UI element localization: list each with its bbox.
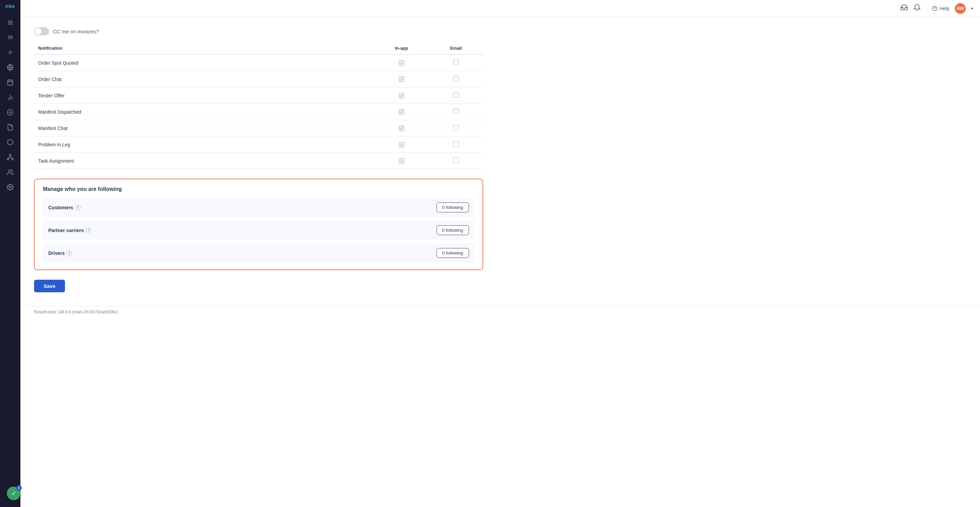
following-category-name: Partner carriers — [48, 228, 84, 233]
following-category-name: Customers — [48, 205, 73, 210]
table-row: Problem in Leg — [34, 137, 483, 153]
in-app-checkbox[interactable] — [399, 126, 404, 131]
svg-line-17 — [10, 157, 13, 158]
info-icon[interactable]: i — [67, 250, 72, 256]
following-button[interactable]: 0 following — [437, 225, 469, 235]
in-app-cell[interactable] — [374, 120, 429, 137]
table-row: Manifest Chat — [34, 120, 483, 137]
notification-name: Tender Offer — [34, 87, 374, 104]
in-app-checkbox[interactable] — [399, 60, 404, 66]
main-content: Help AW ▾ CC me on invoices? Notificatio… — [21, 0, 980, 507]
email-checkbox[interactable] — [453, 76, 459, 81]
notification-name: Manifest Dispatched — [34, 104, 374, 120]
notifications-table: Notification In-app Email Order Spot Quo… — [34, 42, 483, 169]
email-checkbox[interactable] — [453, 125, 459, 130]
sidebar-item-orders[interactable]: ≡ — [3, 46, 17, 59]
cc-toggle-switch[interactable] — [34, 27, 49, 35]
sidebar-item-globe[interactable] — [3, 60, 17, 74]
inbox-icon[interactable] — [900, 4, 908, 13]
in-app-checkbox[interactable] — [399, 158, 404, 164]
sidebar-item-settings[interactable] — [3, 180, 17, 194]
table-row: Order Chat — [34, 71, 483, 87]
in-app-checkbox[interactable] — [399, 93, 404, 99]
version-text: RoseRocket 148.0.6 (main-26150-52ae9206c… — [34, 310, 118, 315]
check-icon: ✓ — [11, 490, 16, 497]
col-header-in-app: In-app — [374, 42, 429, 54]
bottom-notification-badge[interactable]: ✓ 2 — [7, 486, 21, 500]
table-row: Task Assignment — [34, 153, 483, 169]
following-row: Driversi0 following — [43, 243, 474, 263]
in-app-cell[interactable] — [374, 87, 429, 104]
table-row: Order Spot Quoted — [34, 54, 483, 71]
info-icon[interactable]: i — [86, 228, 91, 233]
svg-point-18 — [8, 170, 11, 172]
email-checkbox[interactable] — [453, 108, 459, 114]
following-button[interactable]: 0 following — [437, 248, 469, 258]
sidebar-item-analytics[interactable] — [3, 91, 17, 104]
badge-count: 2 — [16, 485, 22, 491]
cc-toggle-label: CC me on invoices? — [53, 29, 99, 34]
sidebar-item-network2[interactable] — [3, 150, 17, 164]
sidebar-item-users[interactable] — [3, 165, 17, 179]
following-row: Customersi0 following — [43, 198, 474, 217]
save-button[interactable]: Save — [34, 280, 65, 292]
in-app-cell[interactable] — [374, 54, 429, 71]
email-checkbox[interactable] — [453, 60, 459, 65]
sidebar-item-tasks[interactable] — [3, 121, 17, 134]
in-app-checkbox[interactable] — [399, 76, 404, 82]
sidebar-item-home[interactable]: ⊞ — [3, 16, 17, 29]
notification-name: Task Assignment — [34, 153, 374, 169]
following-button[interactable]: 0 following — [437, 202, 469, 212]
in-app-checkbox[interactable] — [399, 109, 404, 114]
email-cell[interactable] — [429, 71, 483, 87]
email-cell[interactable] — [429, 120, 483, 137]
sidebar-item-calendar[interactable] — [3, 76, 17, 89]
in-app-cell[interactable] — [374, 153, 429, 169]
in-app-cell[interactable] — [374, 71, 429, 87]
following-label: Partner carriersi — [48, 228, 91, 233]
following-category-name: Drivers — [48, 250, 65, 256]
email-checkbox[interactable] — [453, 157, 459, 163]
topnav-divider — [926, 5, 927, 12]
cc-toggle-row: CC me on invoices? — [34, 24, 483, 42]
in-app-checkbox[interactable] — [399, 142, 404, 147]
content-area: CC me on invoices? Notification In-app E… — [21, 17, 497, 306]
in-app-cell[interactable] — [374, 104, 429, 120]
bell-icon[interactable] — [913, 4, 921, 13]
avatar-chevron-down-icon[interactable]: ▾ — [971, 6, 973, 11]
following-row: Partner carriersi0 following — [43, 221, 474, 240]
email-cell[interactable] — [429, 137, 483, 153]
sidebar-item-inbox[interactable]: ✉ — [3, 31, 17, 44]
user-avatar[interactable]: AW — [955, 3, 966, 14]
notification-name: Order Spot Quoted — [34, 54, 374, 71]
email-cell[interactable] — [429, 54, 483, 71]
notification-name: Order Chat — [34, 71, 374, 87]
topnav: Help AW ▾ — [21, 0, 980, 17]
in-app-cell[interactable] — [374, 137, 429, 153]
table-row: Tender Offer — [34, 87, 483, 104]
following-label: Driversi — [48, 250, 72, 256]
sidebar-item-inventory[interactable] — [3, 135, 17, 149]
email-cell[interactable] — [429, 104, 483, 120]
svg-rect-2 — [8, 80, 13, 85]
page-footer: RoseRocket 148.0.6 (main-26150-52ae9206c… — [21, 306, 980, 318]
info-icon[interactable]: i — [75, 205, 81, 210]
notification-name: Manifest Chat — [34, 120, 374, 137]
notification-name: Problem in Leg — [34, 137, 374, 153]
sidebar: ANA ⊞ ✉ ≡ — [0, 0, 21, 507]
col-header-notification: Notification — [34, 42, 374, 54]
email-checkbox[interactable] — [453, 92, 459, 98]
following-section-title: Manage who you are following — [43, 186, 474, 192]
email-checkbox[interactable] — [453, 141, 459, 147]
help-link[interactable]: Help — [932, 6, 950, 11]
email-cell[interactable] — [429, 153, 483, 169]
following-section: Manage who you are following Customersi0… — [34, 179, 483, 270]
col-header-email: Email — [429, 42, 483, 54]
svg-point-19 — [10, 186, 11, 188]
brand-logo: ANA — [5, 4, 15, 9]
table-row: Manifest Dispatched — [34, 104, 483, 120]
email-cell[interactable] — [429, 87, 483, 104]
sidebar-item-finance[interactable] — [3, 105, 17, 119]
following-label: Customersi — [48, 205, 81, 210]
svg-line-16 — [8, 157, 10, 158]
